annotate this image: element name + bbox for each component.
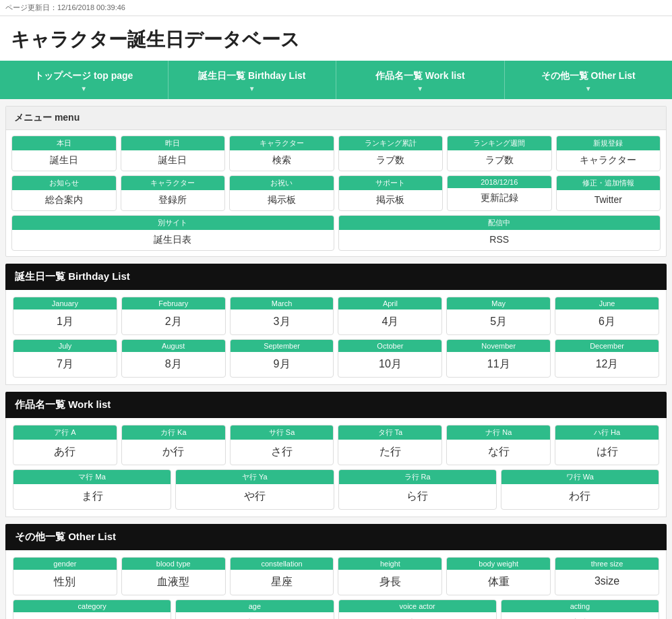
month-card-1[interactable]: January1月 (13, 297, 117, 335)
other-card-8[interactable]: voice actor声優 (338, 599, 497, 619)
other-grid: gender性別blood type血液型constellation星座heig… (13, 557, 659, 619)
birthday-grid-section: January1月February2月March3月April4月May5月Ju… (5, 290, 667, 385)
menu-item-6[interactable]: お知らせ総合案内 (11, 175, 117, 211)
work-card-0[interactable]: ア行 Aあ行 (13, 425, 117, 465)
menu-item-4[interactable]: ランキング週間ラブ数 (447, 136, 552, 171)
work-card-2[interactable]: サ行 Saさ行 (230, 425, 334, 465)
work-card-8[interactable]: ラ行 Raら行 (338, 469, 497, 510)
month-card-3[interactable]: March3月 (230, 297, 334, 335)
month-card-4[interactable]: April4月 (338, 297, 442, 335)
work-card-6[interactable]: マ行 Maま行 (13, 469, 171, 510)
work-card-4[interactable]: ナ行 Naな行 (446, 425, 551, 465)
menu-item-9[interactable]: サポート掲示板 (338, 175, 444, 211)
page-title: キャラクター誕生日データベース (0, 16, 672, 61)
other-card-7[interactable]: age生年 (175, 599, 334, 619)
menu-header: メニュー menu (6, 107, 666, 130)
menu-item-12[interactable]: 別サイト誕生日表 (11, 215, 334, 251)
menu-item-10[interactable]: 2018/12/16更新記録 (447, 175, 552, 211)
menu-item-1[interactable]: 昨日誕生日 (121, 136, 226, 171)
month-card-6[interactable]: June6月 (555, 297, 659, 335)
other-card-6[interactable]: categoryジャンル (13, 599, 171, 619)
month-card-10[interactable]: October10月 (338, 339, 442, 378)
work-card-5[interactable]: ハ行 Haは行 (555, 425, 659, 465)
menu-item-11[interactable]: 修正・追加情報Twitter (556, 175, 661, 211)
other-card-2[interactable]: constellation星座 (230, 557, 334, 595)
month-card-11[interactable]: November11月 (446, 339, 551, 378)
menu-item-7[interactable]: キャラクター登録所 (121, 175, 226, 211)
otherlist-grid-section: gender性別blood type血液型constellation星座heig… (5, 550, 667, 619)
month-card-12[interactable]: December12月 (555, 339, 659, 378)
work-card-9[interactable]: ワ行 Waわ行 (501, 469, 659, 510)
month-card-5[interactable]: May5月 (446, 297, 551, 335)
menu-item-8[interactable]: お祝い掲示板 (229, 175, 334, 211)
menu-item-3[interactable]: ランキング累計ラブ数 (338, 136, 444, 171)
otherlist-section-header: その他一覧 Other List (5, 524, 667, 550)
menu-item-0[interactable]: 本日誕生日 (11, 136, 117, 171)
worklist-grid-section: ア行 Aあ行カ行 Kaか行サ行 Saさ行タ行 Taた行ナ行 Naな行ハ行 Haは… (5, 418, 667, 517)
nav-top-page[interactable]: トップページ top page (0, 61, 169, 99)
top-navigation: トップページ top page 誕生日一覧 Birthday List 作品名一… (0, 61, 672, 99)
month-card-8[interactable]: August8月 (121, 339, 226, 378)
worklist-section-header: 作品名一覧 Work list (5, 392, 667, 418)
menu-grid: 本日誕生日昨日誕生日キャラクター検索ランキング累計ラブ数ランキング週間ラブ数新規… (6, 130, 666, 256)
nav-birthday-list[interactable]: 誕生日一覧 Birthday List (169, 61, 337, 99)
other-card-4[interactable]: body weight体重 (446, 557, 551, 595)
page-updated-text: ページ更新日：12/16/2018 00:39:46 (0, 0, 672, 16)
other-card-5[interactable]: three size3size (555, 557, 659, 595)
nav-work-list[interactable]: 作品名一覧 Work list (336, 61, 505, 99)
work-grid: ア行 Aあ行カ行 Kaか行サ行 Saさ行タ行 Taた行ナ行 Naな行ハ行 Haは… (13, 425, 659, 510)
menu-item-13[interactable]: 配信中RSS (338, 215, 661, 251)
work-card-3[interactable]: タ行 Taた行 (338, 425, 442, 465)
nav-other-list[interactable]: その他一覧 Other List (505, 61, 673, 99)
other-card-0[interactable]: gender性別 (13, 557, 117, 595)
month-card-9[interactable]: September9月 (230, 339, 334, 378)
menu-item-2[interactable]: キャラクター検索 (229, 136, 334, 171)
menu-item-5[interactable]: 新規登録キャラクター (556, 136, 661, 171)
work-card-7[interactable]: ヤ行 Yaや行 (175, 469, 334, 510)
month-card-2[interactable]: February2月 (121, 297, 226, 335)
work-card-1[interactable]: カ行 Kaか行 (121, 425, 226, 465)
menu-section: メニュー menu 本日誕生日昨日誕生日キャラクター検索ランキング累計ラブ数ラン… (5, 106, 667, 257)
month-card-7[interactable]: July7月 (13, 339, 117, 378)
other-card-1[interactable]: blood type血液型 (121, 557, 226, 595)
month-grid: January1月February2月March3月April4月May5月Ju… (13, 297, 659, 378)
other-card-3[interactable]: height身長 (338, 557, 442, 595)
birthday-section-header: 誕生日一覧 Birthday List (5, 264, 667, 290)
other-card-9[interactable]: acting演者 (501, 599, 659, 619)
